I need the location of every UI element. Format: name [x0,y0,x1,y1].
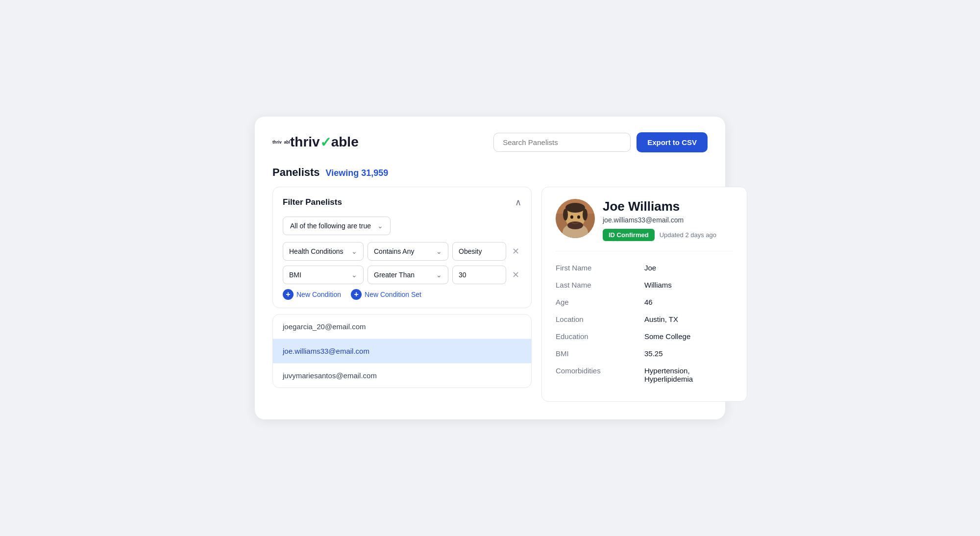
logic-label: All of the following are true [290,222,371,230]
svg-point-10 [567,221,583,229]
field-label: Age [556,293,644,311]
filter-box: Filter Panelists ∧ All of the following … [272,187,532,308]
condition-row-2: BMI ⌄ Greater Than ⌄ 30 ✕ [283,266,521,284]
logo-text-part1: thriv [290,134,320,150]
export-csv-button[interactable]: Export to CSV [637,132,708,152]
id-confirmed-badge: ID Confirmed [603,229,655,241]
field-value: 46 [644,293,733,311]
add-condition-button[interactable]: + New Condition [283,289,341,300]
chevron-down-icon: ⌄ [436,247,442,255]
field-label-2: BMI [289,271,301,279]
field-select-2[interactable]: BMI ⌄ [283,266,364,284]
header: thriv able thriv ✓ able Export to CSV [272,132,708,152]
condition-row-1: Health Conditions ⌄ Contains Any ⌄ Obesi… [283,242,521,261]
field-label: Last Name [556,276,644,293]
main-content: Filter Panelists ∧ All of the following … [272,187,708,402]
operator-label-2: Greater Than [374,271,415,279]
svg-point-7 [565,203,585,213]
app-container: thriv able thriv ✓ able Export to CSV Pa… [255,117,725,419]
profile-divider [556,251,733,251]
field-value: Some College [644,328,733,345]
operator-label-1: Contains Any [374,247,415,255]
operator-select-2[interactable]: Greater Than ⌄ [368,266,448,284]
avatar [556,199,595,238]
profile-fields: First NameJoeLast NameWilliamsAge46Locat… [556,259,733,388]
remove-condition-2-button[interactable]: ✕ [510,268,521,282]
field-label: BMI [556,345,644,362]
list-item[interactable]: joegarcia_20@email.com [273,315,531,339]
logo-text-part2: able [331,134,359,150]
field-label: Comorbidities [556,362,644,388]
svg-point-9 [583,209,588,220]
page-title: Panelists [272,166,320,179]
value-display-1: Obesity [452,242,506,261]
svg-point-11 [570,215,573,219]
page-title-row: Panelists Viewing 31,959 [272,166,708,179]
field-value: Austin, TX [644,311,733,328]
field-value: 35.25 [644,345,733,362]
field-value: Hypertension, Hyperlipidemia [644,362,733,388]
viewing-count: Viewing 31,959 [326,168,389,178]
list-item[interactable]: juvymariesantos@email.com [273,364,531,388]
left-panel: Filter Panelists ∧ All of the following … [272,187,532,402]
avatar-image [556,199,595,238]
svg-point-8 [563,209,568,220]
svg-text:able: able [284,140,290,145]
plus-icon: + [283,289,294,300]
profile-email: joe.williams33@email.com [603,216,733,224]
panelist-list: joegarcia_20@email.com joe.williams33@em… [272,314,532,388]
profile-info: Joe Williams joe.williams33@email.com ID… [603,199,733,241]
filter-header: Filter Panelists ∧ [283,197,521,208]
profile-name: Joe Williams [603,199,733,214]
chevron-down-icon: ⌄ [351,247,357,255]
collapse-filter-button[interactable]: ∧ [515,197,521,208]
chevron-down-icon: ⌄ [436,271,442,279]
logic-dropdown[interactable]: All of the following are true ⌄ [283,217,391,235]
chevron-down-icon: ⌄ [377,222,383,230]
filter-title: Filter Panelists [283,197,342,207]
svg-text:thriv: thriv [272,140,282,145]
operator-select-1[interactable]: Contains Any ⌄ [368,242,448,261]
add-row: + New Condition + New Condition Set [283,289,521,300]
field-label-1: Health Conditions [289,247,343,255]
list-item[interactable]: joe.williams33@email.com [273,339,531,364]
chevron-down-icon: ⌄ [351,271,357,279]
profile-badges: ID Confirmed Updated 2 days ago [603,229,733,241]
profile-card: Joe Williams joe.williams33@email.com ID… [541,187,747,402]
value-display-2: 30 [452,266,506,284]
field-label: Education [556,328,644,345]
updated-text: Updated 2 days ago [660,231,716,239]
logo: thriv able thriv ✓ able [272,133,359,151]
plus-icon: + [351,289,362,300]
field-label: First Name [556,259,644,276]
field-select-1[interactable]: Health Conditions ⌄ [283,242,364,261]
profile-header: Joe Williams joe.williams33@email.com ID… [556,199,733,241]
header-right: Export to CSV [493,132,708,152]
field-value: Joe [644,259,733,276]
svg-point-12 [577,215,580,219]
logo-svg: thriv able [272,133,290,151]
field-value: Williams [644,276,733,293]
search-input[interactable] [493,133,631,152]
add-condition-label: New Condition [296,291,341,298]
add-condition-set-button[interactable]: + New Condition Set [351,289,421,300]
condition-logic-row: All of the following are true ⌄ [283,217,521,235]
field-label: Location [556,311,644,328]
logo-check-icon: ✓ [320,134,331,150]
add-condition-set-label: New Condition Set [365,291,421,298]
remove-condition-1-button[interactable]: ✕ [510,244,521,259]
